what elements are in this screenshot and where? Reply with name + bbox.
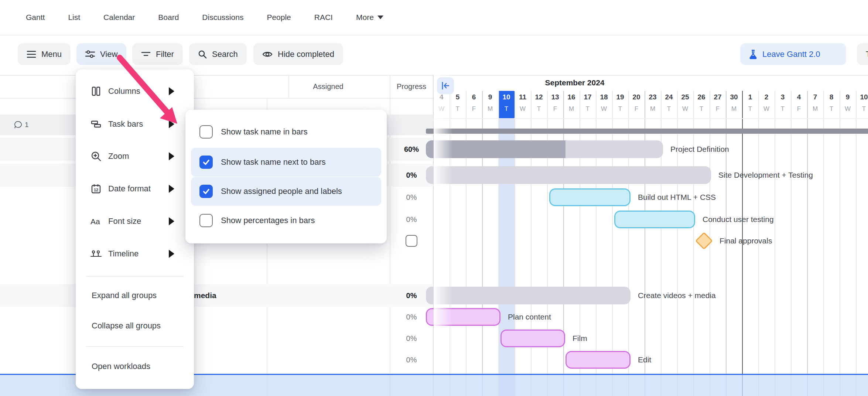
day-cell: 17T bbox=[580, 91, 596, 118]
menu-item-zoom[interactable]: Zoom bbox=[76, 142, 194, 171]
svg-text:Aa: Aa bbox=[90, 217, 100, 226]
task-bar[interactable] bbox=[426, 166, 711, 184]
search-button[interactable]: Search bbox=[189, 43, 247, 65]
nav-tab-people[interactable]: People bbox=[267, 13, 291, 22]
day-gridline bbox=[531, 91, 532, 396]
filter-button[interactable]: Filter bbox=[132, 43, 183, 65]
task-bar[interactable] bbox=[614, 211, 695, 228]
day-letter: W bbox=[515, 104, 531, 114]
view-button[interactable]: View bbox=[76, 43, 126, 65]
nav-tab-list[interactable]: List bbox=[68, 13, 80, 22]
view-button-label: View bbox=[100, 50, 117, 59]
day-cell: 11W bbox=[515, 91, 531, 118]
submenu-item-show-task-name-in-bars[interactable]: Show task name in bars bbox=[191, 117, 381, 146]
day-gridline bbox=[856, 91, 857, 396]
nav-tab-raci[interactable]: RACI bbox=[314, 13, 333, 22]
today-button-label: T bbox=[866, 50, 868, 59]
task-bar-label: Edit bbox=[638, 355, 651, 364]
day-cell: 12T bbox=[531, 91, 547, 118]
submenu-item-show-percentages-in-bars[interactable]: Show percentages in bars bbox=[191, 206, 381, 235]
day-number: 24 bbox=[661, 92, 677, 102]
day-number: 12 bbox=[531, 92, 547, 102]
project-summary-bar[interactable] bbox=[426, 129, 868, 134]
day-gridline bbox=[596, 91, 597, 396]
menu-divider bbox=[86, 346, 184, 347]
day-number: 4 bbox=[791, 92, 807, 102]
day-gridline bbox=[823, 91, 824, 396]
font-size-icon: Aa bbox=[90, 216, 102, 227]
task-bar-label: Project Definition bbox=[670, 145, 729, 154]
menu-item-label: Columns bbox=[108, 86, 140, 96]
menu-item-task-bars[interactable]: Task bars bbox=[76, 110, 194, 139]
timeline-header-bottom-border bbox=[433, 118, 868, 119]
submenu-item-show-assigned-people-and-labels[interactable]: Show assigned people and labels bbox=[191, 177, 381, 206]
nav-tab-label: Calendar bbox=[103, 13, 135, 22]
day-gridline bbox=[563, 91, 564, 396]
submenu-item-show-task-name-next-to-bars[interactable]: Show task name next to bars bbox=[191, 148, 381, 177]
day-number: 18 bbox=[596, 92, 612, 102]
menu-item-label: Date format bbox=[108, 184, 151, 194]
task-bar-label: Build out HTML + CSS bbox=[638, 193, 716, 202]
nav-tab-board[interactable]: Board bbox=[158, 13, 179, 22]
day-letter: M bbox=[645, 104, 661, 114]
progress-value: 0% bbox=[390, 215, 433, 224]
task-bar[interactable] bbox=[549, 188, 631, 206]
comment-badge[interactable]: 1 bbox=[14, 121, 29, 129]
day-number: 8 bbox=[823, 92, 840, 102]
checkbox-unchecked[interactable] bbox=[199, 214, 213, 227]
column-header-assigned: Assigned bbox=[267, 75, 390, 98]
leave-gantt-label: Leave Gantt 2.0 bbox=[762, 50, 820, 59]
nav-tab-label: Discussions bbox=[202, 13, 243, 22]
caret-down-icon bbox=[377, 16, 383, 19]
day-cell: 4F bbox=[791, 91, 807, 118]
day-number: 30 bbox=[726, 92, 742, 102]
progress-value: 0% bbox=[390, 193, 433, 202]
day-cell: 25W bbox=[677, 91, 693, 118]
day-letter: T bbox=[661, 104, 677, 114]
collapse-timeline-button[interactable] bbox=[437, 77, 454, 94]
menu-item-columns[interactable]: Columns bbox=[76, 77, 194, 106]
menu-action-collapse-all-groups[interactable]: Collapse all groups bbox=[76, 313, 194, 339]
checkbox-unchecked[interactable] bbox=[199, 125, 213, 139]
day-cell-today: 10T bbox=[498, 91, 515, 118]
day-cell: 9M bbox=[482, 91, 498, 118]
checkbox-checked[interactable] bbox=[199, 156, 213, 169]
checkbox-checked[interactable] bbox=[199, 185, 213, 198]
nav-tab-calendar[interactable]: Calendar bbox=[103, 13, 135, 22]
milestone-progress-checkbox[interactable] bbox=[406, 235, 417, 247]
task-bar[interactable] bbox=[426, 140, 663, 158]
menu-item-timeline[interactable]: Timeline bbox=[76, 239, 194, 268]
day-number: 9 bbox=[482, 92, 498, 102]
hide-completed-button[interactable]: Hide completed bbox=[253, 43, 343, 65]
day-number: 19 bbox=[612, 92, 628, 102]
menu-action-expand-all-groups[interactable]: Expand all groups bbox=[76, 283, 194, 308]
menu-button-label: Menu bbox=[41, 50, 62, 59]
task-bar[interactable] bbox=[426, 287, 631, 304]
today-button[interactable]: T bbox=[857, 43, 868, 65]
day-letter: F bbox=[710, 104, 726, 114]
menu-button[interactable]: Menu bbox=[18, 43, 71, 65]
nav-tab-discussions[interactable]: Discussions bbox=[202, 13, 243, 22]
day-gridline bbox=[840, 91, 840, 396]
timeline-left-fade bbox=[434, 75, 453, 396]
day-gridline bbox=[791, 91, 792, 396]
eye-icon bbox=[262, 51, 273, 58]
nav-tab-more[interactable]: More bbox=[356, 13, 383, 22]
nav-tab-gantt[interactable]: Gantt bbox=[26, 13, 45, 22]
task-bar[interactable] bbox=[565, 351, 631, 369]
day-cell: 2W bbox=[758, 91, 775, 118]
task-bar-label: Site Development + Testing bbox=[718, 171, 813, 180]
menu-action-open-workloads[interactable]: Open workloads bbox=[76, 354, 194, 379]
leave-gantt-button[interactable]: Leave Gantt 2.0 bbox=[740, 43, 846, 65]
progress-value: 0% bbox=[390, 334, 433, 343]
menu-item-font-size[interactable]: AaFont size bbox=[76, 207, 194, 236]
task-bar[interactable] bbox=[500, 330, 565, 347]
comment-count: 1 bbox=[25, 121, 29, 129]
nav-tab-label: List bbox=[68, 13, 80, 22]
day-gridline bbox=[466, 91, 467, 396]
day-gridline bbox=[482, 91, 483, 396]
collapse-left-icon bbox=[441, 82, 450, 90]
day-gridline bbox=[498, 91, 499, 396]
day-number: 10 bbox=[856, 92, 868, 102]
menu-item-date-format[interactable]: 12Date format bbox=[76, 174, 194, 203]
